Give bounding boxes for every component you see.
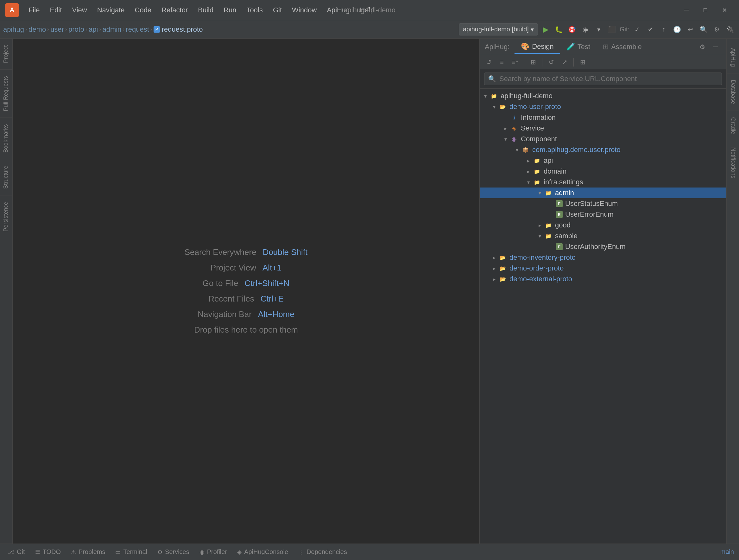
grid-icon[interactable]: ⊞ bbox=[577, 56, 588, 68]
menu-item-file[interactable]: File bbox=[24, 4, 44, 16]
status-apihug-console[interactable]: ◈ ApiHugConsole bbox=[235, 547, 291, 557]
sidebar-item-database[interactable]: Database bbox=[727, 74, 739, 111]
breadcrumb-item-api[interactable]: api bbox=[89, 25, 98, 33]
sidebar-item-pull-requests[interactable]: Pull Requests bbox=[0, 69, 12, 118]
maximize-button[interactable]: □ bbox=[696, 3, 715, 17]
tree-node-demo-order-proto[interactable]: ▸ 📂 demo-order-proto bbox=[480, 263, 726, 274]
git-push-icon[interactable]: ↑ bbox=[658, 24, 669, 35]
panel-settings-icon[interactable]: ⚙ bbox=[697, 41, 708, 52]
breadcrumb-item-request[interactable]: request bbox=[126, 25, 149, 33]
breadcrumb-separator: › bbox=[86, 26, 88, 33]
tree-node-component[interactable]: ▾ ◉ Component bbox=[480, 134, 726, 144]
minimize-button[interactable]: ─ bbox=[677, 3, 696, 17]
menu-item-edit[interactable]: Edit bbox=[45, 4, 66, 16]
sidebar-item-persistence[interactable]: Persistence bbox=[0, 195, 12, 238]
tree-node-information[interactable]: ℹ Information bbox=[480, 112, 726, 123]
tree-node-demo-inventory-proto[interactable]: ▸ 📂 demo-inventory-proto bbox=[480, 252, 726, 263]
menu-item-code[interactable]: Code bbox=[130, 4, 156, 16]
menu-item-run[interactable]: Run bbox=[219, 4, 241, 16]
git-tick-icon[interactable]: ✔ bbox=[645, 24, 656, 35]
menu-item-build[interactable]: Build bbox=[193, 4, 218, 16]
breadcrumb-separator: › bbox=[150, 26, 152, 33]
build-selector[interactable]: apihug-full-demo [build] ▾ bbox=[459, 23, 538, 35]
tree-node-package[interactable]: ▾ 📦 com.apihug.demo.user.proto bbox=[480, 144, 726, 155]
menu-item-navigate[interactable]: Navigate bbox=[93, 4, 129, 16]
breadcrumb-item-demo[interactable]: demo bbox=[28, 25, 46, 33]
tree-node-good[interactable]: ▸ 📁 good bbox=[480, 220, 726, 231]
tab-design[interactable]: 🎨 Design bbox=[514, 40, 560, 54]
build-icon[interactable]: 🐛 bbox=[553, 24, 565, 35]
tree-node-admin[interactable]: ▾ 📁 admin bbox=[480, 187, 726, 198]
sync-icon[interactable]: ↺ bbox=[546, 56, 557, 68]
node-label-root: apihug-full-demo bbox=[500, 92, 553, 100]
sidebar-item-project[interactable]: Project bbox=[0, 39, 12, 69]
status-git[interactable]: ⎇ Git bbox=[5, 547, 27, 557]
breadcrumb-item-apihug[interactable]: apihug bbox=[3, 25, 24, 33]
proto-file-icon: P bbox=[154, 26, 160, 33]
panel-close-icon[interactable]: ─ bbox=[710, 41, 721, 52]
chevron-expanded-icon: ▾ bbox=[482, 93, 488, 99]
tree-node-domain[interactable]: ▸ 📁 domain bbox=[480, 166, 726, 177]
sidebar-item-bookmarks[interactable]: Bookmarks bbox=[0, 118, 12, 159]
tree-node-user-error-enum[interactable]: E UserErrorEnum bbox=[480, 209, 726, 220]
stop-icon[interactable]: ⬛ bbox=[606, 24, 618, 35]
menu-item-git[interactable]: Git bbox=[269, 4, 286, 16]
layout-icon[interactable]: ⊞ bbox=[528, 56, 539, 68]
status-terminal[interactable]: ▭ Terminal bbox=[113, 547, 150, 557]
search-hint-text: Search Everywhere bbox=[185, 247, 257, 257]
breadcrumb-item-proto[interactable]: proto bbox=[68, 25, 84, 33]
status-dependencies[interactable]: ⋮ Dependencies bbox=[296, 547, 349, 557]
menu-item-view[interactable]: View bbox=[67, 4, 91, 16]
app-logo: A bbox=[5, 3, 19, 17]
menu-item-tools[interactable]: Tools bbox=[242, 4, 267, 16]
open-external-icon[interactable]: ⤢ bbox=[559, 56, 570, 68]
coverage-icon[interactable]: 🎯 bbox=[566, 24, 578, 35]
settings-icon[interactable]: ⚙ bbox=[711, 24, 723, 35]
breadcrumb-item-admin[interactable]: admin bbox=[102, 25, 121, 33]
menu-item-window[interactable]: Window bbox=[288, 4, 321, 16]
status-problems[interactable]: ⚠ Problems bbox=[68, 547, 108, 557]
git-check-icon[interactable]: ✓ bbox=[631, 24, 643, 35]
node-label-service: Service bbox=[521, 124, 544, 132]
sidebar-item-gradle[interactable]: Gradle bbox=[727, 111, 739, 141]
collapse-all-icon[interactable]: ≡ bbox=[496, 56, 507, 68]
breadcrumb-active-file[interactable]: Prequest.proto bbox=[154, 25, 203, 33]
close-button[interactable]: ✕ bbox=[715, 3, 734, 17]
breadcrumb-item-user[interactable]: user bbox=[50, 25, 64, 33]
recent-hint-shortcut: Ctrl+E bbox=[261, 294, 284, 304]
node-label-demo-user-proto: demo-user-proto bbox=[509, 103, 561, 111]
sidebar-item-apihug[interactable]: ApiHug bbox=[727, 42, 739, 74]
history-icon[interactable]: 🕐 bbox=[671, 24, 683, 35]
tree-node-api[interactable]: ▸ 📁 api bbox=[480, 155, 726, 166]
project-hint-text: Project View bbox=[210, 263, 256, 273]
undo-icon[interactable]: ↩ bbox=[685, 24, 696, 35]
sidebar-item-notifications[interactable]: Notifications bbox=[727, 141, 739, 185]
tree-node-user-status-enum[interactable]: E UserStatusEnum bbox=[480, 198, 726, 209]
tree-node-demo-user-proto[interactable]: ▾ 📂 demo-user-proto bbox=[480, 101, 726, 112]
more-run-icon[interactable]: ▾ bbox=[593, 24, 604, 35]
status-services[interactable]: ⚙ Services bbox=[155, 547, 192, 557]
expand-icon[interactable]: ≡↑ bbox=[509, 56, 521, 68]
tree-node-infra-settings[interactable]: ▾ 📁 infra.settings bbox=[480, 177, 726, 187]
refresh-icon[interactable]: ↺ bbox=[483, 56, 494, 68]
plugins-icon[interactable]: 🔌 bbox=[724, 24, 736, 35]
sidebar-item-structure[interactable]: Structure bbox=[0, 159, 12, 195]
search-input[interactable] bbox=[499, 75, 718, 83]
tab-test[interactable]: 🧪 Test bbox=[560, 40, 597, 53]
tree-node-root[interactable]: ▾ 📁 apihug-full-demo bbox=[480, 91, 726, 101]
folder-blue-icon: 📂 bbox=[499, 275, 507, 283]
tree-node-demo-external-proto[interactable]: ▸ 📂 demo-external-proto bbox=[480, 274, 726, 284]
status-profiler[interactable]: ◉ Profiler bbox=[197, 547, 230, 557]
tree-node-sample[interactable]: ▾ 📁 sample bbox=[480, 231, 726, 241]
folder-icon: 📁 bbox=[533, 156, 541, 165]
tab-assemble[interactable]: ⊞ Assemble bbox=[597, 40, 648, 53]
menu-item-refactor[interactable]: Refactor bbox=[157, 4, 192, 16]
status-todo[interactable]: ☰ TODO bbox=[33, 547, 63, 557]
design-icon: 🎨 bbox=[521, 42, 530, 51]
tree-node-service[interactable]: ▸ ◈ Service bbox=[480, 123, 726, 134]
run-button[interactable]: ▶ bbox=[540, 24, 551, 35]
profile-icon[interactable]: ◉ bbox=[580, 24, 591, 35]
tree-node-user-authority-enum[interactable]: E UserAuthorityEnum bbox=[480, 241, 726, 252]
status-bar: ⎇ Git ☰ TODO ⚠ Problems ▭ Terminal ⚙ Ser… bbox=[0, 544, 739, 560]
search-everywhere-icon[interactable]: 🔍 bbox=[698, 24, 709, 35]
